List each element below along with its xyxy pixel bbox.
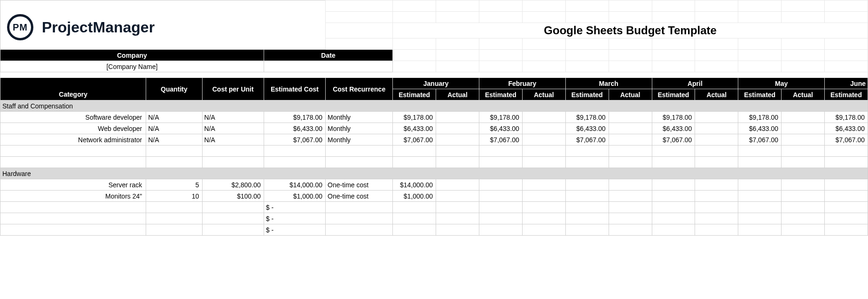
company-name-cell[interactable]: [Company Name]	[0, 61, 264, 72]
cell-jan-est[interactable]: $1,000.00	[393, 191, 436, 202]
cell-feb-est[interactable]: $9,178.00	[479, 112, 523, 123]
cell-jan-est[interactable]	[393, 157, 436, 168]
cell-feb-act[interactable]	[522, 123, 565, 134]
cell-quantity[interactable]	[146, 157, 202, 168]
cell-cost-per-unit[interactable]	[202, 157, 264, 168]
cell-apr-act[interactable]	[695, 213, 738, 224]
cell-estimated-cost[interactable]: $ -	[264, 213, 325, 224]
cell-cost-per-unit[interactable]	[202, 213, 264, 224]
cell-cost-per-unit[interactable]	[202, 202, 264, 213]
cell-apr-est[interactable]	[652, 191, 695, 202]
cell-apr-est[interactable]	[652, 146, 695, 157]
cell-may-act[interactable]	[782, 213, 825, 224]
cell-mar-act[interactable]	[609, 134, 652, 146]
cell-feb-est[interactable]	[479, 157, 523, 168]
cell-cost-per-unit[interactable]	[202, 224, 264, 236]
cell-estimated-cost[interactable]	[264, 146, 325, 157]
cell-quantity[interactable]	[146, 202, 202, 213]
cell-cost-per-unit[interactable]: $100.00	[202, 191, 264, 202]
cell-feb-act[interactable]	[522, 157, 565, 168]
cell-feb-act[interactable]	[522, 191, 565, 202]
cell-apr-act[interactable]	[695, 179, 738, 191]
cell-apr-est[interactable]	[652, 157, 695, 168]
cell-apr-est[interactable]	[652, 213, 695, 224]
cell-may-est[interactable]	[738, 157, 782, 168]
cell-recurrence[interactable]: One-time cost	[326, 191, 393, 202]
cell-jun-est[interactable]	[825, 224, 868, 236]
cell-jan-act[interactable]	[436, 213, 479, 224]
cell-apr-est[interactable]: $7,067.00	[652, 134, 695, 146]
cell-jun-est[interactable]	[825, 191, 868, 202]
cell-may-act[interactable]	[782, 123, 825, 134]
cell-estimated-cost[interactable]: $14,000.00	[264, 179, 325, 191]
cell-mar-est[interactable]	[565, 213, 609, 224]
cell-may-act[interactable]	[782, 202, 825, 213]
cell-feb-est[interactable]	[479, 179, 523, 191]
cell-apr-est[interactable]	[652, 202, 695, 213]
cell-jan-act[interactable]	[436, 134, 479, 146]
cell-mar-est[interactable]	[565, 146, 609, 157]
cell-recurrence[interactable]: Monthly	[326, 134, 393, 146]
cell-apr-est[interactable]: $9,178.00	[652, 112, 695, 123]
cell-cost-per-unit[interactable]: N/A	[202, 112, 264, 123]
cell-jun-est[interactable]: $6,433.00	[825, 123, 868, 134]
cell-category[interactable]	[0, 224, 146, 236]
cell-mar-act[interactable]	[609, 191, 652, 202]
cell-mar-act[interactable]	[609, 157, 652, 168]
cell-cost-per-unit[interactable]: N/A	[202, 134, 264, 146]
cell-feb-est[interactable]: $7,067.00	[479, 134, 523, 146]
cell-recurrence[interactable]: Monthly	[326, 112, 393, 123]
cell-mar-act[interactable]	[609, 179, 652, 191]
cell-quantity[interactable]: N/A	[146, 123, 202, 134]
cell-feb-est[interactable]	[479, 146, 523, 157]
cell-may-act[interactable]	[782, 112, 825, 123]
cell-apr-est[interactable]: $6,433.00	[652, 123, 695, 134]
cell-apr-act[interactable]	[695, 191, 738, 202]
cell-mar-act[interactable]	[609, 146, 652, 157]
cell-feb-act[interactable]	[522, 112, 565, 123]
cell-jun-est[interactable]: $7,067.00	[825, 134, 868, 146]
cell-jan-est[interactable]	[393, 213, 436, 224]
cell-jan-est[interactable]: $7,067.00	[393, 134, 436, 146]
cell-jan-est[interactable]: $9,178.00	[393, 112, 436, 123]
cell-mar-est[interactable]: $7,067.00	[565, 134, 609, 146]
cell-mar-est[interactable]	[565, 202, 609, 213]
cell-jun-est[interactable]	[825, 146, 868, 157]
cell-may-act[interactable]	[782, 224, 825, 236]
cell-may-est[interactable]	[738, 213, 782, 224]
cell-feb-act[interactable]	[522, 213, 565, 224]
cell-estimated-cost[interactable]: $ -	[264, 202, 325, 213]
cell-estimated-cost[interactable]: $ -	[264, 224, 325, 236]
cell-may-est[interactable]	[738, 224, 782, 236]
cell-feb-est[interactable]: $6,433.00	[479, 123, 523, 134]
cell-feb-act[interactable]	[522, 146, 565, 157]
cell-quantity[interactable]: 10	[146, 191, 202, 202]
cell-quantity[interactable]	[146, 146, 202, 157]
cell-jun-est[interactable]	[825, 213, 868, 224]
cell-may-est[interactable]	[738, 191, 782, 202]
cell-jan-act[interactable]	[436, 202, 479, 213]
cell-apr-act[interactable]	[695, 134, 738, 146]
cell-recurrence[interactable]	[326, 202, 393, 213]
cell-jan-act[interactable]	[436, 179, 479, 191]
cell-jun-est[interactable]	[825, 157, 868, 168]
cell-apr-act[interactable]	[695, 123, 738, 134]
cell-apr-est[interactable]	[652, 179, 695, 191]
cell-recurrence[interactable]	[326, 213, 393, 224]
cell-category[interactable]: Network administrator	[0, 134, 146, 146]
cell-apr-est[interactable]	[652, 224, 695, 236]
cell-may-act[interactable]	[782, 134, 825, 146]
cell-may-act[interactable]	[782, 157, 825, 168]
cell-quantity[interactable]: N/A	[146, 134, 202, 146]
cell-quantity[interactable]	[146, 224, 202, 236]
cell-apr-act[interactable]	[695, 157, 738, 168]
cell-jan-act[interactable]	[436, 191, 479, 202]
cell-mar-est[interactable]	[565, 224, 609, 236]
cell-quantity[interactable]	[146, 213, 202, 224]
cell-recurrence[interactable]	[326, 146, 393, 157]
cell-jan-act[interactable]	[436, 123, 479, 134]
cell-category[interactable]: Software developer	[0, 112, 146, 123]
cell-feb-est[interactable]	[479, 213, 523, 224]
cell-may-act[interactable]	[782, 146, 825, 157]
cell-apr-act[interactable]	[695, 112, 738, 123]
